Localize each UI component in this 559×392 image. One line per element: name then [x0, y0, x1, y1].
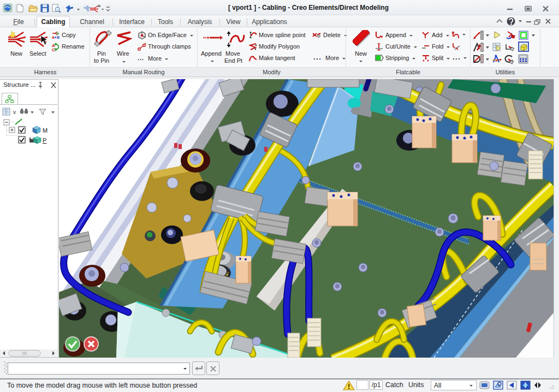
svg-text:C: C — [52, 47, 55, 51]
svg-text:A: A — [52, 35, 55, 39]
svg-text:P: P — [43, 137, 46, 144]
svg-text:B: B — [57, 35, 60, 39]
svg-text:v: v — [13, 109, 16, 115]
svg-text:M: M — [43, 127, 47, 134]
